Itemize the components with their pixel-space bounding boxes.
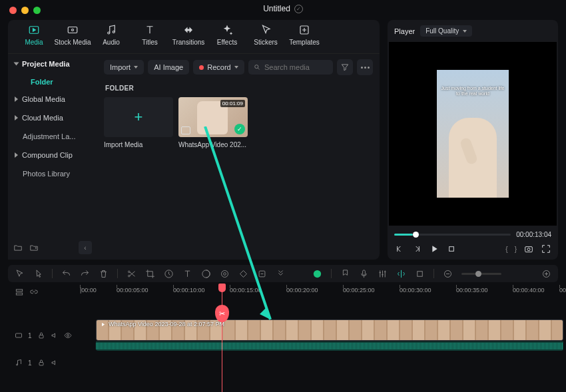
sidebar-header-project-media[interactable]: Project Media	[8, 54, 97, 74]
lock-icon[interactable]	[37, 359, 45, 367]
redo-button[interactable]	[80, 269, 90, 279]
tab-audio[interactable]: Audio	[92, 24, 131, 53]
sidebar-item-compound-clip[interactable]: Compound Clip	[8, 146, 97, 164]
text-tool[interactable]	[182, 269, 192, 279]
audio-track-1: 1	[8, 355, 566, 370]
media-clip-tile[interactable]: 00:01:09 ✓ WhatsApp Video 202...	[178, 97, 248, 148]
ruler-tick: 00:00:35:00	[456, 287, 488, 294]
slider-knob[interactable]	[413, 232, 419, 238]
resolution-badge-icon	[181, 126, 190, 134]
tab-effects[interactable]: Effects	[208, 24, 246, 53]
snap-button[interactable]	[415, 269, 425, 279]
voiceover-button[interactable]	[359, 269, 369, 279]
more-button[interactable]	[357, 59, 373, 75]
thumb-label: Import Media	[104, 141, 173, 148]
svg-point-9	[527, 248, 530, 251]
mask-tool[interactable]	[220, 269, 230, 279]
visibility-icon[interactable]	[64, 331, 72, 339]
sidebar-item-photos-library[interactable]: Photos Library	[8, 164, 97, 183]
prev-frame-button[interactable]	[394, 244, 405, 254]
playhead-handle[interactable]	[218, 284, 226, 292]
mute-icon[interactable]	[51, 331, 59, 339]
zoom-slider[interactable]	[461, 273, 501, 275]
mute-icon[interactable]	[51, 359, 59, 367]
record-dot-icon	[199, 65, 204, 70]
new-bin-icon[interactable]	[29, 243, 39, 252]
delete-button[interactable]	[99, 269, 109, 279]
new-folder-icon[interactable]	[13, 243, 23, 252]
sidebar-collapse[interactable]: ‹	[79, 241, 92, 254]
playback-slider[interactable]	[394, 234, 511, 236]
timeline-clip[interactable]: WhatsApp Video 2023-09-28 at 2:07:57 PM	[80, 319, 563, 351]
ruler-tick: 00:00:15:00	[230, 287, 262, 294]
timeline-ruler[interactable]: |00:00 00:00:05:00 00:00:10:00 00:00:15:…	[80, 285, 566, 299]
more-tools[interactable]	[276, 269, 286, 279]
preview-viewport[interactable]: Just moving from a student life to the r…	[389, 42, 557, 226]
track-layout-icon[interactable]	[15, 288, 24, 297]
playhead[interactable]: ✂	[222, 285, 222, 392]
sync-status-icon[interactable]: ✓	[294, 5, 303, 13]
tab-label: Titles	[142, 39, 158, 46]
fullscreen-button[interactable]	[541, 244, 551, 254]
split-at-playhead[interactable]: ✂	[215, 305, 229, 322]
marker-button[interactable]	[340, 269, 350, 279]
tab-templates[interactable]: Templates	[285, 24, 324, 53]
svg-point-10	[129, 271, 131, 273]
keyframe-tool[interactable]	[238, 269, 248, 279]
zoom-knob[interactable]	[475, 271, 481, 277]
ai-image-button[interactable]: AI Image	[148, 60, 189, 75]
timeline-toolbar	[8, 265, 558, 282]
play-button[interactable]	[429, 244, 439, 254]
mark-in-icon[interactable]: {	[505, 246, 507, 253]
tab-media[interactable]: Media	[15, 24, 53, 53]
import-media-tile[interactable]: + Import Media	[104, 97, 173, 148]
snapshot-button[interactable]	[523, 244, 534, 254]
split-button[interactable]	[127, 269, 137, 279]
magnetic-button[interactable]	[396, 269, 406, 279]
import-button[interactable]: Import	[104, 60, 144, 75]
tab-label: Audio	[103, 39, 120, 46]
tab-stickers[interactable]: Stickers	[246, 24, 285, 53]
tab-titles[interactable]: Titles	[131, 24, 169, 53]
section-heading: FOLDER	[105, 85, 373, 92]
color-tool[interactable]	[201, 269, 211, 279]
sidebar-footer: ‹	[8, 236, 97, 260]
zoom-in-button[interactable]	[541, 269, 551, 279]
templates-icon	[298, 24, 310, 36]
ruler-tick: 00:00:40:00	[513, 287, 545, 294]
sidebar-folder-active[interactable]: Folder	[8, 74, 97, 90]
ruler-tick: |00:00	[80, 287, 97, 294]
pointer-tool[interactable]	[15, 269, 25, 279]
adjust-tool[interactable]	[257, 269, 267, 279]
undo-button[interactable]	[61, 269, 71, 279]
select-tool[interactable]	[33, 269, 43, 279]
chevron-right-icon	[15, 152, 18, 158]
stop-button[interactable]	[446, 244, 457, 254]
track-link-icon[interactable]	[29, 288, 39, 297]
tab-stock-media[interactable]: Stock Media	[53, 24, 92, 53]
record-button[interactable]: Record	[193, 60, 244, 75]
search-field[interactable]	[248, 60, 333, 75]
sidebar-item-adjustment-layer[interactable]: Adjustment La...	[8, 127, 97, 146]
timeline: |00:00 00:00:05:00 00:00:10:00 00:00:15:…	[8, 285, 566, 392]
crop-button[interactable]	[145, 269, 155, 279]
lock-icon[interactable]	[37, 331, 45, 339]
mark-out-icon[interactable]: }	[515, 246, 517, 253]
tab-label: Transitions	[172, 39, 205, 46]
svg-point-26	[67, 335, 69, 337]
sidebar-item-global-media[interactable]: Global Media	[8, 90, 97, 108]
sidebar-item-cloud-media[interactable]: Cloud Media	[8, 108, 97, 127]
filter-button[interactable]	[337, 59, 353, 75]
ai-tool-button[interactable]	[312, 269, 322, 279]
zoom-out-button[interactable]	[443, 269, 453, 279]
chevron-down-icon	[14, 63, 19, 66]
svg-point-3	[108, 32, 110, 34]
quality-dropdown[interactable]: Full Quality	[420, 25, 472, 37]
play-backward-button[interactable]	[412, 244, 422, 254]
player-title: Player	[394, 27, 415, 35]
search-input[interactable]	[264, 63, 328, 71]
ruler-tick: 00:00:10:00	[173, 287, 205, 294]
tab-transitions[interactable]: Transitions	[169, 24, 208, 53]
audio-mixer-button[interactable]	[378, 269, 388, 279]
speed-button[interactable]	[164, 269, 174, 279]
